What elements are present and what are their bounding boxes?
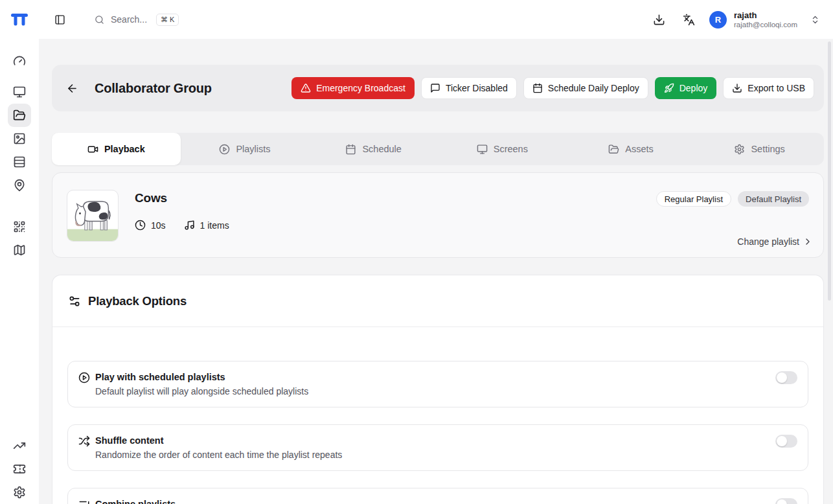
button-label: Schedule Daily Deploy <box>548 83 639 93</box>
download-button[interactable] <box>650 10 668 29</box>
sidebar-item-settings[interactable] <box>8 481 31 504</box>
search-placeholder: Search... <box>111 14 147 25</box>
clock-icon <box>135 220 146 231</box>
tab-bar: Playback Playlists Schedule Screens Asse… <box>52 133 824 165</box>
sidebar-item-maps[interactable] <box>8 238 31 262</box>
playlist-duration: 10s <box>135 220 166 231</box>
button-label: Ticker Disabled <box>446 83 508 93</box>
button-label: Export to USB <box>747 83 805 93</box>
page-title: Collaborator Group <box>95 81 212 96</box>
chevrons-up-down-icon <box>810 15 820 25</box>
avatar: R <box>709 11 727 29</box>
image-icon <box>13 132 26 145</box>
playlist-meta: 10s 1 items <box>135 220 229 231</box>
shuffle-icon <box>78 435 90 447</box>
playback-options-title: Playback Options <box>88 294 187 308</box>
deploy-button[interactable]: Deploy <box>655 77 717 99</box>
cow-image <box>67 190 118 241</box>
current-playlist-card: Cows 10s 1 items Regular Playlist Defaul… <box>52 172 824 258</box>
sidebar-item-playlists[interactable] <box>8 150 31 174</box>
sidebar-toggle-button[interactable] <box>51 10 69 29</box>
rocket-icon <box>664 83 674 93</box>
app-logo[interactable] <box>0 12 39 27</box>
play-circle-icon <box>78 372 90 384</box>
monitor-icon <box>477 144 488 155</box>
back-button[interactable] <box>66 82 79 95</box>
tab-schedule[interactable]: Schedule <box>309 133 438 165</box>
rows-icon <box>13 155 26 168</box>
play-circle-icon <box>219 144 230 155</box>
option-description: Randomize the order of content each time… <box>95 449 342 461</box>
emergency-broadcast-button[interactable]: Emergency Broadcast <box>291 77 415 99</box>
option-play-with-scheduled: Play with scheduled playlists Default pl… <box>67 361 808 407</box>
sidebar-item-qr-codes[interactable] <box>8 215 31 238</box>
combine-playlists-toggle[interactable] <box>775 498 797 504</box>
tab-playback[interactable]: Playback <box>52 133 181 165</box>
header-actions: Emergency Broadcast Ticker Disabled Sche… <box>291 77 814 99</box>
map-icon <box>13 244 26 257</box>
download-icon <box>653 14 665 26</box>
main-content: Collaborator Group Emergency Broadcast T… <box>39 39 833 504</box>
option-title: Shuffle content <box>95 435 342 446</box>
sidebar-item-screens[interactable] <box>8 80 31 104</box>
folder-open-icon <box>608 144 619 155</box>
button-label: Deploy <box>679 83 708 93</box>
sidebar <box>0 39 39 504</box>
option-shuffle-content: Shuffle content Randomize the order of c… <box>67 424 808 471</box>
regular-playlist-badge: Regular Playlist <box>656 191 731 207</box>
shuffle-content-toggle[interactable] <box>775 435 797 448</box>
panel-left-icon <box>54 14 65 25</box>
calendar-icon <box>532 83 543 93</box>
sidebar-item-analytics[interactable] <box>8 434 31 457</box>
duration-value: 10s <box>151 220 166 231</box>
schedule-daily-deploy-button[interactable]: Schedule Daily Deploy <box>523 77 648 99</box>
tab-label: Assets <box>625 144 654 154</box>
tab-settings[interactable]: Settings <box>695 133 824 165</box>
monitor-icon <box>13 86 26 98</box>
tab-label: Settings <box>751 144 784 154</box>
sidebar-item-locations[interactable] <box>8 174 31 197</box>
tab-label: Screens <box>494 144 528 154</box>
default-playlist-badge: Default Playlist <box>738 191 809 207</box>
ticker-disabled-button[interactable]: Ticker Disabled <box>421 77 517 99</box>
video-icon <box>87 144 98 155</box>
alert-triangle-icon <box>301 83 311 93</box>
gear-icon <box>13 486 26 499</box>
language-button[interactable] <box>679 10 698 29</box>
option-title: Play with scheduled playlists <box>95 371 308 383</box>
playlist-badges: Regular Playlist Default Playlist <box>656 191 809 207</box>
sidebar-item-media[interactable] <box>8 127 31 150</box>
gauge-icon <box>13 54 26 67</box>
user-menu[interactable]: R rajath rajath@colloqi.com <box>709 10 820 29</box>
qr-code-icon <box>13 220 26 233</box>
music-icon <box>184 220 195 231</box>
sidebar-item-tickets[interactable] <box>8 457 31 481</box>
export-to-usb-button[interactable]: Export to USB <box>723 77 814 99</box>
top-bar: Search... ⌘ K R rajath rajath@colloqi.co… <box>0 0 833 39</box>
search-shortcut: ⌘ K <box>156 14 179 26</box>
play-with-scheduled-toggle[interactable] <box>775 371 797 384</box>
ticket-icon <box>13 463 26 475</box>
chevron-right-icon <box>803 236 813 247</box>
sidebar-item-dashboard[interactable] <box>8 49 31 73</box>
tab-playlists[interactable]: Playlists <box>181 133 310 165</box>
download-icon <box>732 83 742 93</box>
global-search[interactable]: Search... ⌘ K <box>95 14 179 26</box>
tab-screens[interactable]: Screens <box>438 133 567 165</box>
tab-assets[interactable]: Assets <box>567 133 696 165</box>
pi-logo-icon <box>11 12 28 27</box>
sidebar-item-groups[interactable] <box>8 104 31 127</box>
change-playlist-link[interactable]: Change playlist <box>737 236 813 247</box>
arrow-left-icon <box>66 82 78 95</box>
playlist-name: Cows <box>135 191 229 205</box>
page-scrollbar[interactable] <box>828 41 831 301</box>
playback-options-card: Playback Options Play with scheduled pla… <box>52 275 824 504</box>
option-combine-playlists: Combine playlists <box>67 488 808 504</box>
playlist-item-count: 1 items <box>184 220 229 231</box>
tab-label: Playlists <box>236 144 270 154</box>
item-count-value: 1 items <box>200 220 229 231</box>
list-music-icon <box>78 499 90 504</box>
gear-icon <box>734 144 745 155</box>
playback-options-list: Play with scheduled playlists Default pl… <box>52 327 823 504</box>
playlist-thumbnail <box>67 190 119 242</box>
